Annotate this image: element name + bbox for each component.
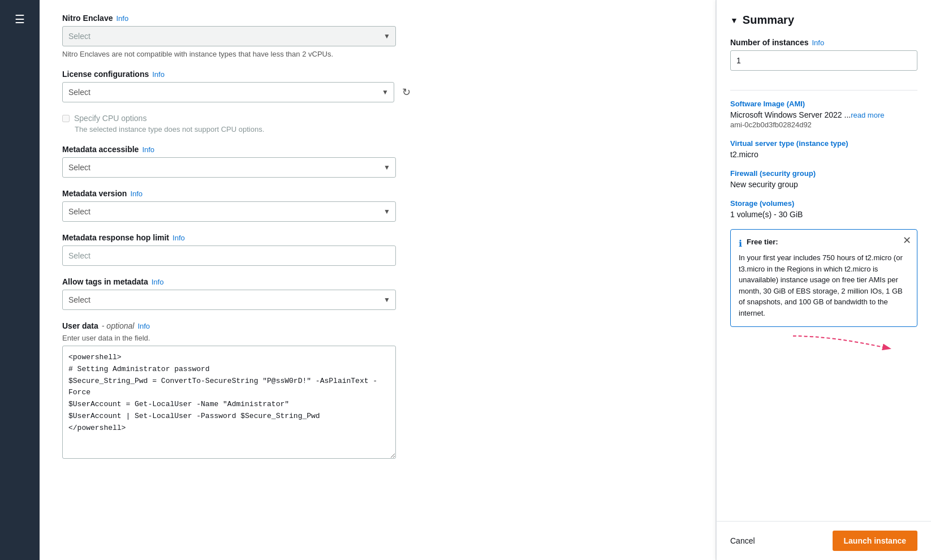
nitro-enclave-group: Nitro Enclave Info Select ▼ Nitro Enclav… [62,14,693,58]
license-config-info-link[interactable]: Info [152,70,165,79]
number-of-instances-field: Number of instances Info [730,38,917,80]
summary-divider-1 [730,90,917,91]
metadata-version-select[interactable]: Select [62,201,396,222]
metadata-hop-limit-group: Metadata response hop limit Info [62,233,693,266]
form-panel: Nitro Enclave Info Select ▼ Nitro Enclav… [40,0,716,560]
allow-tags-metadata-info-link[interactable]: Info [152,278,164,286]
firewall-field: Firewall (security group) New security g… [730,169,917,189]
cpu-options-group: Specify CPU options The selected instanc… [62,114,693,133]
metadata-version-info-link[interactable]: Info [130,189,143,198]
storage-field: Storage (volumes) 1 volume(s) - 30 GiB [730,199,917,219]
allow-tags-metadata-select[interactable]: Select [62,290,396,310]
user-data-info-link[interactable]: Info [137,322,150,330]
dashed-arrow-svg [787,330,912,352]
metadata-version-group: Metadata version Info Select ▼ [62,189,693,222]
metadata-version-label: Metadata version Info [62,189,693,198]
firewall-value: New security group [730,180,917,189]
storage-label[interactable]: Storage (volumes) [730,199,917,208]
free-tier-box: ✕ ℹ Free tier: In your first year includ… [730,229,917,327]
storage-value: 1 volume(s) - 30 GiB [730,210,917,219]
summary-title: Summary [743,14,794,27]
software-image-ami-id: ami-0c2b0d3fb02824d92 [730,120,917,129]
nitro-enclave-hint: Nitro Enclaves are not compatible with i… [62,50,693,58]
nitro-enclave-select[interactable]: Select [62,26,396,46]
virtual-server-type-label[interactable]: Virtual server type (instance type) [730,139,917,148]
user-data-label: User data - optional Info [62,321,693,330]
allow-tags-metadata-group: Allow tags in metadata Info Select ▼ [62,277,693,310]
arrow-annotation [730,329,917,352]
metadata-accessible-select[interactable]: Select [62,157,396,178]
free-tier-title: Free tier: [747,238,778,246]
number-of-instances-info-link[interactable]: Info [812,38,824,47]
software-image-field: Software Image (AMI) Microsoft Windows S… [730,100,917,129]
license-config-label: License configurations Info [62,70,693,79]
summary-content: ▼ Summary Number of instances Info Softw… [717,0,931,521]
metadata-accessible-info-link[interactable]: Info [142,145,154,154]
license-refresh-button[interactable]: ↻ [400,85,413,100]
summary-footer: Cancel Launch instance [717,521,931,560]
summary-header: ▼ Summary [730,14,917,27]
metadata-accessible-select-wrapper: Select ▼ [62,157,396,178]
main-area: Nitro Enclave Info Select ▼ Nitro Enclav… [40,0,931,560]
nitro-enclave-select-wrapper: Select ▼ [62,26,396,46]
metadata-accessible-group: Metadata accessible Info Select ▼ [62,145,693,178]
free-tier-close-button[interactable]: ✕ [903,235,911,245]
user-data-sublabel: Enter user data in the field. [62,334,693,342]
free-tier-body: In your first year includes 750 hours of… [739,252,909,318]
user-data-group: User data - optional Info Enter user dat… [62,321,693,460]
metadata-accessible-label: Metadata accessible Info [62,145,693,154]
license-config-row: Select ▼ ↻ [62,82,413,102]
metadata-hop-limit-info-link[interactable]: Info [173,234,185,242]
cpu-options-row: Specify CPU options [62,114,693,123]
launch-instance-button[interactable]: Launch instance [833,531,917,551]
license-config-select[interactable]: Select [62,82,394,102]
firewall-label[interactable]: Firewall (security group) [730,169,917,178]
sidebar: ☰ [0,0,40,560]
virtual-server-type-field: Virtual server type (instance type) t2.m… [730,139,917,159]
free-tier-header: ℹ Free tier: [739,238,909,249]
number-of-instances-input[interactable] [730,50,917,71]
user-data-textarea[interactable]: <powershell> # Setting Administrator pas… [62,346,396,459]
software-image-read-more-link[interactable]: read more [851,111,884,119]
summary-panel: ▼ Summary Number of instances Info Softw… [716,0,931,560]
cpu-options-hint: The selected instance type does not supp… [75,125,693,133]
summary-triangle-icon: ▼ [730,16,738,25]
allow-tags-metadata-label: Allow tags in metadata Info [62,277,693,286]
number-of-instances-label: Number of instances Info [730,38,917,47]
virtual-server-type-value: t2.micro [730,150,917,159]
metadata-hop-limit-input[interactable] [62,245,396,266]
license-config-group: License configurations Info Select ▼ ↻ [62,70,693,102]
metadata-version-select-wrapper: Select ▼ [62,201,396,222]
license-config-select-wrapper: Select ▼ [62,82,394,102]
cpu-options-checkbox[interactable] [62,115,70,122]
metadata-hop-limit-label: Metadata response hop limit Info [62,233,693,242]
user-data-optional-label: - optional [102,321,135,330]
software-image-label[interactable]: Software Image (AMI) [730,100,917,108]
nitro-enclave-label: Nitro Enclave Info [62,14,693,23]
nitro-enclave-info-link[interactable]: Info [116,14,128,23]
cpu-options-label: Specify CPU options [74,114,146,123]
cancel-button[interactable]: Cancel [730,532,755,550]
free-tier-info-icon: ℹ [739,238,742,249]
software-image-value: Microsoft Windows Server 2022 ...read mo… [730,110,917,119]
hamburger-icon[interactable]: ☰ [12,10,27,28]
allow-tags-metadata-select-wrapper: Select ▼ [62,290,396,310]
